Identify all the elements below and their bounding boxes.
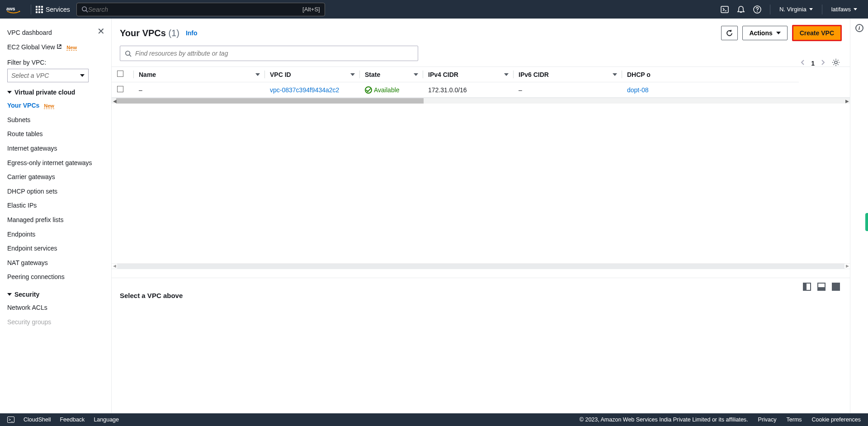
footer-copyright: © 2023, Amazon Web Services India Privat… — [580, 417, 748, 423]
services-menu[interactable]: Services — [36, 6, 70, 13]
close-sidebar-icon[interactable]: ✕ — [97, 26, 105, 37]
detail-layout-switch — [803, 283, 840, 291]
col-dhcp[interactable]: DHCP o — [622, 67, 799, 82]
section-virtual-private-cloud[interactable]: Virtual private cloud — [7, 82, 111, 99]
sidebar-item-endpoint-services[interactable]: Endpoint services — [7, 241, 111, 256]
scroll-right-arrow[interactable]: ▶ — [844, 264, 850, 269]
scroll-track[interactable] — [117, 264, 844, 269]
help-icon[interactable] — [749, 1, 765, 18]
section-security[interactable]: Security — [7, 284, 111, 301]
cloudshell-icon[interactable] — [717, 1, 733, 18]
sidebar-ec2-global-view[interactable]: EC2 Global View New — [7, 40, 111, 55]
aws-logo[interactable]: aws — [6, 5, 21, 14]
footer-terms[interactable]: Terms — [787, 417, 802, 423]
table-settings-icon[interactable] — [832, 58, 840, 68]
col-ipv4-cidr[interactable]: IPv4 CIDR — [423, 67, 513, 82]
layout-side-icon[interactable] — [803, 283, 811, 291]
col-name[interactable]: Name — [133, 67, 264, 82]
sidebar-item-elastic-ips[interactable]: Elastic IPs — [7, 199, 111, 213]
table-horizontal-scrollbar[interactable]: ◀ ▶ — [112, 98, 850, 104]
refresh-icon — [726, 29, 733, 37]
services-label: Services — [46, 6, 70, 13]
sort-icon[interactable] — [350, 73, 355, 76]
global-search[interactable]: [Alt+S] — [76, 3, 325, 16]
topnav-right: N. Virginia latifaws — [717, 1, 862, 18]
sidebar-item-your-vpcs[interactable]: Your VPCs New — [7, 99, 111, 113]
ec2-global-label: EC2 Global View — [7, 43, 55, 51]
table-row[interactable]: – vpc-0837c394f9434a2c2 Available 172.31… — [112, 82, 799, 98]
sidebar-item-managed-prefix-lists[interactable]: Managed prefix lists — [7, 213, 111, 227]
footer-cookies[interactable]: Cookie preferences — [812, 417, 861, 423]
resource-filter[interactable] — [120, 46, 418, 61]
sidebar-item-dhcp-option-sets[interactable]: DHCP option sets — [7, 185, 111, 199]
footer-cloudshell[interactable]: CloudShell — [24, 417, 51, 423]
user-label: latifaws — [831, 6, 851, 13]
sidebar-item-subnets[interactable]: Subnets — [7, 113, 111, 128]
new-badge: New — [66, 45, 77, 51]
cell-dhcp[interactable]: dopt-08 — [627, 86, 648, 94]
col-state[interactable]: State — [359, 67, 423, 82]
panel-splitter[interactable] — [112, 269, 850, 278]
sort-icon[interactable] — [613, 73, 617, 76]
sidebar-item-network-acls[interactable]: Network ACLs — [7, 301, 111, 315]
refresh-button[interactable] — [721, 26, 738, 40]
layout-full-icon[interactable] — [832, 283, 840, 291]
notifications-icon[interactable] — [733, 1, 749, 18]
vpc-table-wrapper: Name VPC ID State IPv4 CIDR IPv6 CIDR DH… — [112, 66, 850, 98]
section-title: Virtual private cloud — [14, 89, 75, 96]
resource-count: (1) — [168, 28, 179, 38]
page-header: Your VPCs (1) Info Actions Create VPC — [112, 19, 850, 46]
page-body: ✕ VPC dashboard EC2 Global View New Filt… — [0, 19, 868, 413]
page-title: Your VPCs (1) — [120, 28, 179, 38]
sidebar-item-egress-only-igw[interactable]: Egress-only internet gateways — [7, 156, 111, 170]
sort-icon[interactable] — [255, 73, 260, 76]
cell-vpc-id[interactable]: vpc-0837c394f9434a2c2 — [270, 86, 339, 94]
select-all-checkbox[interactable] — [117, 71, 123, 77]
pager-prev[interactable] — [800, 59, 805, 67]
pager-next[interactable] — [821, 59, 826, 67]
sidebar-item-peering-connections[interactable]: Peering connections — [7, 270, 111, 284]
actions-label: Actions — [749, 29, 772, 37]
sidebar-item-carrier-gateways[interactable]: Carrier gateways — [7, 170, 111, 185]
sidebar-item-nat-gateways[interactable]: NAT gateways — [7, 256, 111, 270]
sort-icon[interactable] — [414, 73, 418, 76]
footer-privacy[interactable]: Privacy — [758, 417, 777, 423]
scroll-thumb[interactable] — [116, 98, 424, 104]
panel-horizontal-scrollbar[interactable]: ◀ ▶ — [112, 263, 850, 269]
row-checkbox[interactable] — [117, 86, 123, 92]
cell-ipv6-cidr: – — [513, 82, 622, 98]
check-circle-icon — [365, 86, 372, 94]
search-input[interactable] — [88, 6, 302, 13]
filter-input[interactable] — [135, 50, 413, 57]
info-panel-toggle-icon[interactable]: i — [855, 24, 863, 32]
scroll-left-arrow[interactable]: ◀ — [112, 264, 117, 269]
cloudshell-icon[interactable]: >_ — [7, 417, 14, 423]
vpc-filter-select[interactable]: Select a VPC — [7, 69, 89, 82]
svg-point-9 — [835, 61, 837, 64]
sidebar-item-internet-gateways[interactable]: Internet gateways — [7, 142, 111, 156]
col-vpc-id[interactable]: VPC ID — [264, 67, 359, 82]
footer-language[interactable]: Language — [94, 417, 119, 423]
table-pager: 1 — [800, 58, 840, 68]
sidebar-vpc-dashboard[interactable]: VPC dashboard — [7, 26, 111, 40]
sidebar-item-route-tables[interactable]: Route tables — [7, 127, 111, 142]
scroll-left-arrow[interactable]: ◀ — [112, 99, 118, 104]
pager-page: 1 — [811, 60, 815, 67]
create-vpc-button[interactable]: Create VPC — [792, 25, 842, 41]
cell-ipv4-cidr: 172.31.0.0/16 — [423, 82, 513, 98]
sort-icon[interactable] — [504, 73, 509, 76]
actions-dropdown[interactable]: Actions — [742, 26, 787, 40]
scroll-right-arrow[interactable]: ▶ — [844, 99, 850, 104]
region-selector[interactable]: N. Virginia — [775, 6, 817, 13]
sidebar-item-endpoints[interactable]: Endpoints — [7, 227, 111, 242]
account-menu[interactable]: latifaws — [827, 6, 862, 13]
feedback-tab[interactable] — [865, 213, 868, 231]
layout-bottom-icon[interactable] — [817, 283, 826, 291]
search-icon — [81, 6, 88, 13]
col-ipv6-cidr[interactable]: IPv6 CIDR — [513, 67, 622, 82]
footer-feedback[interactable]: Feedback — [60, 417, 85, 423]
info-link[interactable]: Info — [186, 29, 198, 37]
svg-text:aws: aws — [6, 6, 15, 11]
filter-by-vpc-label: Filter by VPC: — [7, 59, 111, 66]
sidebar-item-security-groups[interactable]: Security groups — [7, 315, 111, 330]
